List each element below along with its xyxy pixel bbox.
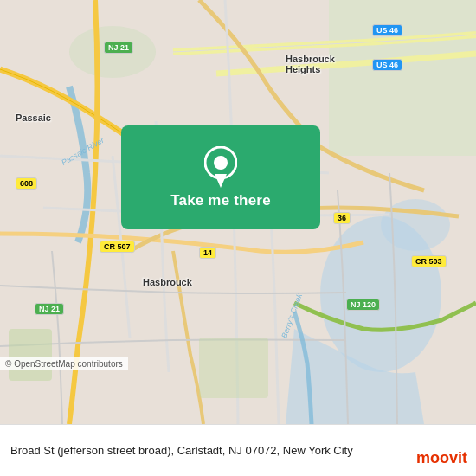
moovit-logo: moovit <box>416 449 467 467</box>
svg-marker-9 <box>215 174 227 188</box>
route-badge-cr507: CR 507 <box>100 241 135 253</box>
route-badge-36: 36 <box>333 212 351 224</box>
svg-point-1 <box>320 216 441 372</box>
moovit-brand-text: moovit <box>416 449 467 467</box>
route-badge-cr503: CR 503 <box>411 255 447 267</box>
copyright-text: © OpenStreetMap contributors <box>0 357 128 370</box>
place-label-passaic: Passaic <box>16 113 51 123</box>
info-bar: Broad St (jefferson street broad), Carls… <box>0 424 476 476</box>
route-badge-nj120: NJ 120 <box>346 299 380 311</box>
svg-rect-3 <box>329 0 476 156</box>
route-badge-us46-1: US 46 <box>372 24 402 36</box>
route-badge-nj21-2: NJ 21 <box>35 303 64 315</box>
svg-point-2 <box>381 199 450 251</box>
svg-point-8 <box>214 156 228 170</box>
svg-rect-5 <box>9 329 52 381</box>
location-pin-icon <box>204 146 237 185</box>
route-badge-us46-2: US 46 <box>372 59 402 71</box>
route-badge-nj21-1: NJ 21 <box>104 42 133 54</box>
map-container: US 46 US 46 NJ 21 NJ 21 CR 507 14 NJ 120… <box>0 0 476 424</box>
route-badge-14: 14 <box>199 247 216 259</box>
address-text: Broad St (jefferson street broad), Carls… <box>10 444 466 457</box>
water-label-berry-creek: Berry's Creek <box>280 293 304 339</box>
route-badge-608: 608 <box>16 177 37 190</box>
take-me-there-button[interactable]: Take me there <box>121 125 320 229</box>
water-label-passaic-river: Passaic River <box>60 136 106 167</box>
place-label-rutherford: Hasbrouck <box>143 277 192 287</box>
cta-label: Take me there <box>170 192 271 209</box>
place-label-hasbrouck-heights: HasbrouckHeights <box>286 54 335 74</box>
svg-rect-6 <box>199 338 268 398</box>
